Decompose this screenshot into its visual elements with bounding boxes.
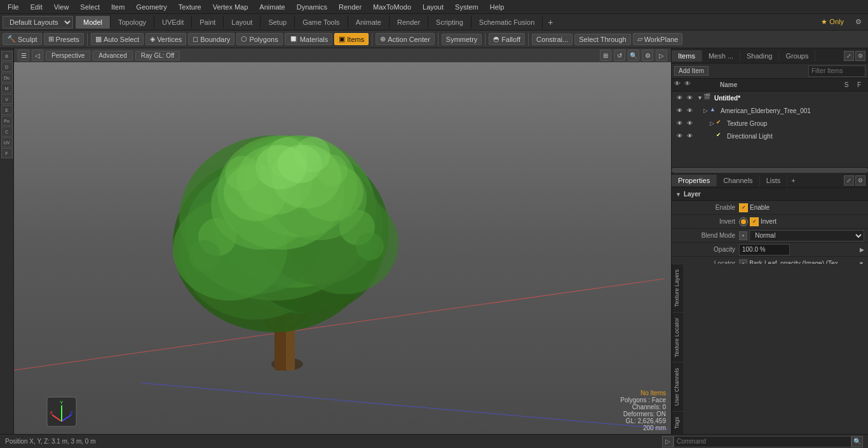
viewport-icon-1[interactable]: ⊞: [600, 50, 611, 61]
menu-dynamics[interactable]: Dynamics: [292, 2, 332, 12]
opacity-input[interactable]: [739, 244, 790, 255]
left-tool-8[interactable]: C: [1, 126, 13, 137]
tab-lists[interactable]: Lists: [760, 175, 788, 186]
invert-checkbox[interactable]: ✓: [750, 217, 759, 226]
eye-icon[interactable]: 👁: [674, 93, 684, 102]
constraints-button[interactable]: Constrai...: [532, 34, 573, 45]
perspective-button[interactable]: Perspective: [46, 51, 90, 60]
expand-arrow[interactable]: ▼: [697, 95, 703, 101]
viewport[interactable]: ☰ ◁ Perspective Advanced Ray GL: Off ⊞ ↺…: [14, 48, 671, 434]
eye-icon[interactable]: 👁: [674, 106, 684, 115]
layer-section-header[interactable]: ▼ Layer: [672, 188, 868, 201]
auto-select-button[interactable]: ▦ Auto Select: [91, 33, 144, 45]
menu-layout[interactable]: Layout: [417, 2, 449, 12]
texture-layers-tab[interactable]: Texture Layers: [672, 264, 683, 312]
menu-view[interactable]: View: [49, 2, 74, 12]
panel-settings-icon[interactable]: ⚙: [855, 51, 865, 61]
panel-expand-icon[interactable]: ⤢: [844, 51, 854, 61]
tab-model[interactable]: Model: [76, 16, 111, 29]
tab-layout[interactable]: Layout: [224, 16, 261, 29]
eye-icon[interactable]: 👁: [674, 132, 684, 140]
tab-animate[interactable]: Animate: [348, 16, 390, 29]
ray-gl-button[interactable]: Ray GL: Off: [135, 51, 180, 60]
list-item[interactable]: 👁 👁 ▷ ✔ Texture Group: [672, 117, 868, 130]
left-tool-4[interactable]: M: [1, 83, 13, 93]
command-search-icon[interactable]: 🔍: [851, 436, 863, 447]
eye-icon2[interactable]: 👁: [684, 132, 695, 140]
viewport-icon-3[interactable]: 🔍: [628, 50, 639, 61]
menu-vertex-map[interactable]: Vertex Map: [208, 2, 254, 12]
blend-mode-select[interactable]: Normal: [749, 230, 864, 241]
tab-paint[interactable]: Paint: [192, 16, 224, 29]
advanced-button[interactable]: Advanced: [93, 51, 132, 60]
left-tool-6[interactable]: E: [1, 105, 13, 115]
select-through-button[interactable]: Select Through: [574, 34, 630, 45]
list-item[interactable]: 👁 👁 ✔ Directional Light: [672, 130, 868, 142]
tab-mesh[interactable]: Mesh ...: [702, 50, 740, 62]
command-input[interactable]: [674, 436, 851, 447]
props-settings-icon[interactable]: ⚙: [855, 175, 865, 186]
materials-button[interactable]: 🔲 Materials: [285, 33, 333, 45]
props-expand-icon[interactable]: ⤢: [844, 175, 854, 186]
menu-file[interactable]: File: [3, 2, 24, 12]
menu-system[interactable]: System: [450, 2, 484, 12]
action-center-button[interactable]: ⊕ Action Center: [376, 33, 435, 45]
left-tool-5[interactable]: V: [1, 94, 13, 104]
menu-select[interactable]: Select: [75, 2, 105, 12]
left-tool-2[interactable]: D: [1, 62, 13, 72]
blend-mode-dot[interactable]: •: [739, 231, 747, 240]
expand-arrow[interactable]: ▷: [703, 107, 710, 114]
left-tool-1[interactable]: B: [1, 51, 13, 61]
expand-arrow[interactable]: ▷: [710, 120, 716, 126]
polygons-button[interactable]: ⬡ Polygons: [236, 33, 282, 45]
tab-items[interactable]: Items: [672, 50, 702, 62]
viewport-menu-button[interactable]: ☰: [18, 50, 29, 61]
menu-texture[interactable]: Texture: [173, 2, 207, 12]
props-plus-button[interactable]: +: [787, 175, 799, 186]
tab-setup[interactable]: Setup: [261, 16, 295, 29]
tab-render[interactable]: Render: [390, 16, 428, 29]
menu-edit[interactable]: Edit: [25, 2, 48, 12]
eye-icon2[interactable]: 👁: [684, 106, 695, 115]
presets-button[interactable]: ⊞ Presets: [44, 33, 84, 45]
list-item[interactable]: 👁 👁 ▼ 🎬 Untitled*: [672, 92, 868, 104]
menu-geometry[interactable]: Geometry: [131, 2, 172, 12]
menu-animate[interactable]: Animate: [254, 2, 290, 12]
enable-checkbox[interactable]: ✓: [739, 203, 748, 212]
tab-uvedit[interactable]: UVEdit: [154, 16, 192, 29]
eye-icon2[interactable]: 👁: [684, 119, 695, 128]
add-layout-button[interactable]: +: [543, 15, 558, 30]
left-tool-7[interactable]: Po: [1, 116, 13, 126]
filter-items-input[interactable]: [808, 65, 865, 77]
tab-scripting[interactable]: Scripting: [428, 16, 471, 29]
eye-icon2[interactable]: 👁: [684, 93, 695, 102]
locator-dropdown-icon[interactable]: ▼: [858, 261, 864, 264]
tab-shading[interactable]: Shading: [740, 50, 779, 62]
add-item-button[interactable]: Add Item: [674, 66, 709, 76]
vertices-button[interactable]: ◈ Vertices: [146, 33, 186, 45]
viewport-icon-2[interactable]: ↺: [614, 50, 625, 61]
falloff-button[interactable]: ◓ Falloff: [489, 33, 525, 45]
texture-locator-tab[interactable]: Texture Locator: [672, 312, 683, 362]
left-tool-3[interactable]: Du: [1, 72, 13, 83]
menu-render[interactable]: Render: [334, 2, 367, 12]
invert-radio[interactable]: [739, 217, 748, 226]
boundary-button[interactable]: ◻ Boundary: [188, 33, 234, 45]
symmetry-button[interactable]: Symmetry: [442, 34, 482, 45]
tab-schematic-fusion[interactable]: Schematic Fusion: [471, 16, 543, 29]
eye-icon[interactable]: 👁: [674, 119, 684, 128]
workplane-button[interactable]: ▱ WorkPlane: [633, 33, 683, 45]
left-tool-10[interactable]: F: [1, 148, 13, 158]
viewport-collapse-button[interactable]: ◁: [32, 50, 43, 61]
items-scrollbar[interactable]: [672, 168, 868, 173]
tab-game-tools[interactable]: Game Tools: [295, 16, 348, 29]
opacity-arrow-icon[interactable]: ▶: [860, 247, 864, 253]
menu-item[interactable]: Item: [106, 2, 130, 12]
tab-groups[interactable]: Groups: [779, 50, 815, 62]
locator-dot[interactable]: •: [739, 259, 747, 264]
menu-maxtomodo[interactable]: MaxToModo: [368, 2, 416, 12]
sculpt-button[interactable]: 🔨 Sculpt: [3, 33, 42, 45]
tab-channels[interactable]: Channels: [717, 175, 759, 186]
list-item[interactable]: 👁 👁 ▷ ▲ American_Elderberry_Tree_001: [672, 104, 868, 117]
menu-help[interactable]: Help: [485, 2, 510, 12]
